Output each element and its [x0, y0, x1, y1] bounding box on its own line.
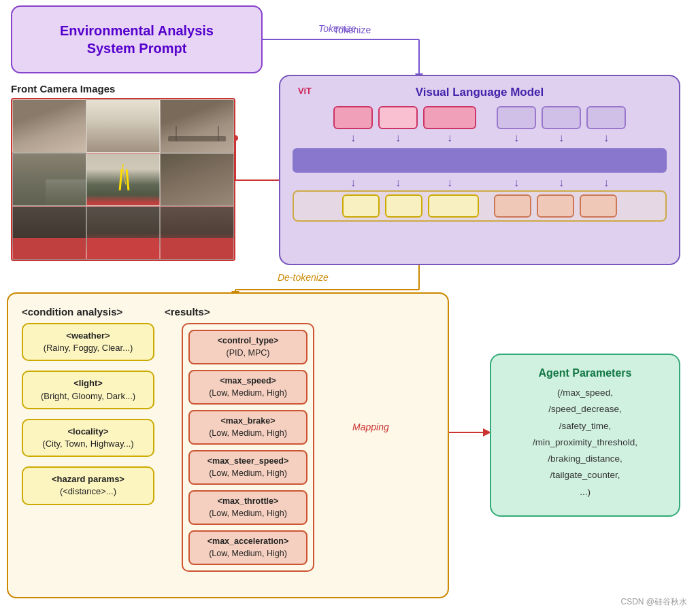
out-salmon-1 — [494, 194, 531, 218]
out-salmon-3 — [580, 194, 617, 218]
vit-label: ViT — [298, 86, 312, 96]
camera-label: Front Camera Images — [11, 83, 115, 95]
out-yellow-2 — [385, 194, 422, 218]
arrow-down-2: ↓ — [378, 177, 418, 189]
camera-cell-mid-right — [160, 153, 234, 207]
result-max-accel: <max_acceleration> (Low, Medium, High) — [188, 530, 308, 565]
result-max-brake: <max_brake> (Low, Medium, High) — [188, 410, 308, 445]
camera-cell-bot-left — [12, 206, 86, 260]
arrow-down-5: ↓ — [542, 177, 581, 189]
result-control-type: <control_type> (PID, MPC) — [188, 330, 308, 364]
out-yellow-3 — [428, 194, 479, 218]
condition-hazard: <hazard params> (<distance>...) — [22, 466, 154, 504]
agent-params-title: Agent Parameters — [505, 367, 665, 379]
camera-cell-top-left — [12, 99, 86, 153]
transformer-bar — [293, 148, 667, 173]
arrow-row-2: ↓ ↓ ↓ ↓ ↓ ↓ — [293, 177, 667, 189]
camera-cell-mid-mid — [86, 153, 161, 207]
results-header: <results> — [165, 306, 210, 318]
vit-token-2 — [378, 106, 418, 129]
tokenize-label-text: Tokenize — [318, 23, 356, 34]
detokenize-label-text: De-tokenize — [278, 272, 329, 283]
camera-cell-bot-mid — [86, 206, 161, 260]
arrow-1: ↓ — [333, 132, 373, 144]
arrow-down-3: ↓ — [423, 177, 476, 189]
columns-container: <weather> (Rainy, Foggy, Clear...) <ligh… — [22, 323, 434, 572]
diagram-container: Tokenize Tokenize De-tokenize Environmen… — [0, 0, 698, 616]
camera-grid — [11, 98, 235, 261]
arrow-6: ↓ — [586, 132, 626, 144]
out-salmon-2 — [537, 194, 574, 218]
arrow-2: ↓ — [378, 132, 418, 144]
camera-cell-top-mid — [86, 99, 161, 153]
vlm-title: Visual Language Model — [293, 86, 667, 99]
vit-token-row — [293, 106, 667, 129]
camera-cell-bot-right — [160, 206, 234, 260]
result-max-speed: <max_speed> (Low, Medium, High) — [188, 370, 308, 405]
watermark: CSDN @硅谷秋水 — [620, 596, 687, 608]
arrow-down-1: ↓ — [333, 177, 373, 189]
arrow-3: ↓ — [423, 132, 476, 144]
bottom-section: <condition analysis> <results> <weather>… — [7, 292, 449, 598]
arrow-4: ↓ — [497, 132, 536, 144]
arrow-down-6: ↓ — [586, 177, 626, 189]
condition-weather: <weather> (Rainy, Foggy, Clear...) — [22, 323, 154, 361]
output-token-row — [293, 190, 667, 222]
condition-light: <light> (Bright, Gloomy, Dark...) — [22, 371, 154, 409]
agent-params-content: (/max_speed, /speed_decrease, /safety_ti… — [505, 385, 665, 500]
section-headers: <condition analysis> <results> — [22, 306, 434, 318]
camera-cell-top-right — [160, 99, 234, 153]
env-prompt-box: Environmental Analysis System Prompt — [11, 5, 263, 73]
vit-token-1 — [333, 106, 373, 129]
arrow-row-1: ↓ ↓ ↓ ↓ ↓ ↓ — [293, 132, 667, 144]
text-token-2 — [542, 106, 581, 129]
condition-header: <condition analysis> — [22, 306, 165, 318]
mapping-label: Mapping — [352, 422, 389, 432]
vlm-box: ViT Visual Language Model ↓ ↓ ↓ ↓ ↓ ↓ ↓ — [279, 75, 680, 265]
arrow-5: ↓ — [542, 132, 581, 144]
out-yellow-1 — [342, 194, 380, 218]
results-col: <control_type> (PID, MPC) <max_speed> (L… — [182, 323, 314, 572]
env-prompt-text: Environmental Analysis System Prompt — [60, 22, 214, 57]
camera-cell-mid-left — [12, 153, 86, 207]
text-token-1 — [497, 106, 536, 129]
agent-params-box: Agent Parameters (/max_speed, /speed_dec… — [490, 354, 680, 517]
text-token-3 — [586, 106, 626, 129]
arrow-down-4: ↓ — [497, 177, 536, 189]
condition-col: <weather> (Rainy, Foggy, Clear...) <ligh… — [22, 323, 154, 505]
vit-token-3 — [423, 106, 476, 129]
result-max-throttle: <max_throttle> (Low, Medium, High) — [188, 490, 308, 525]
result-max-steer: <max_steer_speed> (Low, Medium, High) — [188, 450, 308, 485]
condition-locality: <locality> (City, Town, Highway...) — [22, 419, 154, 457]
